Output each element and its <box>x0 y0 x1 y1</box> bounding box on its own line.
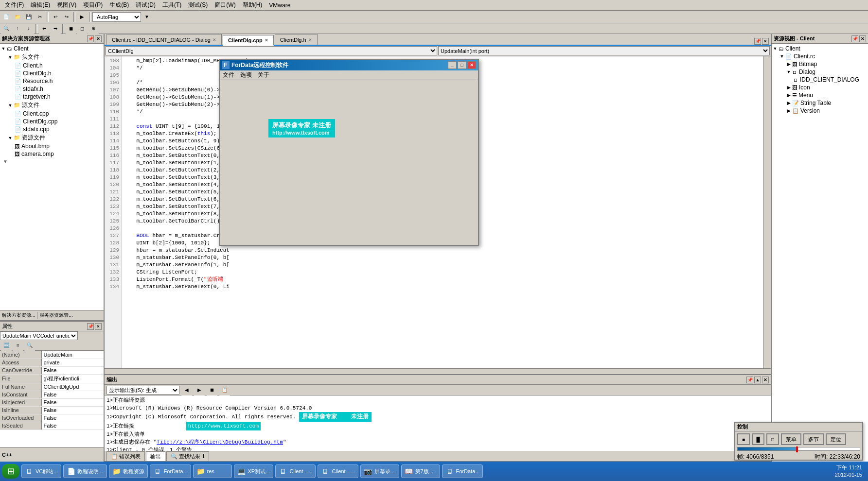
toolbar-btn-6[interactable]: ↪ <box>61 12 72 22</box>
taskbar-item-xp[interactable]: 💻 XP测试... <box>234 464 274 478</box>
toolbar-btn-b6[interactable]: ◼ <box>66 23 76 34</box>
ctrl-btn-record[interactable]: ■ <box>737 433 750 445</box>
tree-group-resources[interactable]: ▼ 📁 资源文件 <box>1 133 103 142</box>
editor-scrollbar[interactable] <box>763 56 771 368</box>
menu-tools[interactable]: 工具(T) <box>159 0 184 10</box>
tree-item-clienth[interactable]: 📄 Client.h <box>1 62 103 69</box>
taskbar-item-screen[interactable]: 📷 屏幕录... <box>360 464 399 478</box>
ctrl-btn-locate[interactable]: 定位 <box>826 433 846 445</box>
output-stop-btn[interactable]: ⏹ <box>207 385 217 395</box>
right-tree-menu[interactable]: ▶ ☰ Menu <box>773 91 867 99</box>
tab-pin-btn[interactable]: 📌 <box>754 38 761 45</box>
menu-test[interactable]: 测试(S) <box>185 0 211 10</box>
right-tree-clientrc[interactable]: ▼ 📄 Client.rc <box>773 52 867 60</box>
toolbar-btn-b8[interactable]: ⊕ <box>88 23 99 34</box>
tree-item-camerabmp[interactable]: 🖼 camera.bmp <box>1 150 103 158</box>
ctrl-btn-menu[interactable]: 菜单 <box>781 433 801 445</box>
toolbar-btn-1[interactable]: 📄 <box>1 12 12 22</box>
right-tree-dialog[interactable]: ▼ 🗆 Dialog <box>773 68 867 76</box>
taskbar-item-book[interactable]: 📖 第7版... <box>401 464 440 478</box>
right-tree-version[interactable]: ▶ 📋 Version <box>773 107 867 115</box>
menu-window[interactable]: 窗口(W) <box>212 0 238 10</box>
tree-group-headers[interactable]: ▼ 📁 头文件 <box>1 52 103 62</box>
ctrl-btn-multi[interactable]: 多节 <box>803 433 824 445</box>
server-tab[interactable]: 服务器资源管... <box>37 312 74 319</box>
props-filter-btn[interactable]: 🔍 <box>24 340 35 351</box>
props-category-btn[interactable]: ≡ <box>13 340 23 351</box>
dialog-menu-about[interactable]: 关于 <box>257 71 270 79</box>
dialog-close-btn[interactable]: ✕ <box>467 61 476 69</box>
tree-group-sources[interactable]: ▼ 📁 源文件 <box>1 101 103 110</box>
dialog-minimize-btn[interactable]: _ <box>448 61 457 69</box>
output-pin-btn[interactable]: 📌 <box>746 377 753 383</box>
props-close-btn[interactable]: ✕ <box>95 323 102 330</box>
menu-project[interactable]: 项目(P) <box>80 0 106 10</box>
tab-close-icon[interactable]: ✕ <box>213 37 216 42</box>
toolbar-btn-b3[interactable]: ↓ <box>23 23 34 34</box>
menu-build[interactable]: 生成(B) <box>106 0 132 10</box>
toolbar-btn-4[interactable]: ✂ <box>35 12 45 22</box>
dialog-menu-options[interactable]: 选项 <box>239 71 253 79</box>
menu-file[interactable]: 文件(F) <box>2 0 27 10</box>
output-expand-btn[interactable]: ▲ <box>754 377 761 383</box>
tab-clientdlgcpp[interactable]: ClientDlg.cpp ✕ <box>223 35 274 46</box>
editor-area[interactable]: 103104105106 107108109110 111112113114 1… <box>105 56 771 368</box>
panel-pin-btn[interactable]: 📌 <box>87 35 94 42</box>
toolbar-btn-7[interactable]: ▶ <box>77 12 88 22</box>
taskbar-item-res[interactable]: 📁 教程资源 <box>109 464 148 478</box>
taskbar-item-client1[interactable]: 🖥 Client - ... <box>275 464 316 478</box>
ctrl-btn-pause[interactable]: ▐▌ <box>752 433 764 445</box>
tree-item-clientcpp[interactable]: 📄 Client.cpp <box>1 110 103 118</box>
toolbar-btn-2[interactable]: 📁 <box>12 12 23 22</box>
tab-clientrc[interactable]: Client.rc - IDD_CLIENT_DIALOG - Dialog ✕ <box>106 34 222 45</box>
taskbar-item-fordata[interactable]: 🖥 ForData... <box>150 464 191 478</box>
menu-help[interactable]: 帮助(H) <box>240 0 266 10</box>
props-dropdown[interactable]: UpdateMain VCCodeFunction <box>0 331 78 340</box>
right-tree-idd[interactable]: 🗆 IDD_CLIENT_DIALOG <box>773 76 867 84</box>
editor-h-scrollbar[interactable] <box>105 368 771 374</box>
right-tree-bitmap[interactable]: ▶ 🖼 Bitmap <box>773 60 867 68</box>
toolbar-btn-b4[interactable]: ⬅ <box>39 23 50 34</box>
menu-view[interactable]: 视图(V) <box>54 0 79 10</box>
right-tree[interactable]: ▼ 🗂 Client ▼ 📄 Client.rc ▶ 🖼 Bitmap ▼ 🗆 … <box>772 44 868 462</box>
output-tab-output[interactable]: 输出 <box>146 451 165 461</box>
tab-close-icon[interactable]: ✕ <box>308 37 312 42</box>
tree-item-resourceh[interactable]: 📄 Resource.h <box>1 77 103 85</box>
right-tree-client[interactable]: ▼ 🗂 Client <box>773 45 867 52</box>
taskbar-item-tutdocs[interactable]: 📄 教程说明... <box>63 464 106 478</box>
right-pin-btn[interactable]: 📌 <box>851 35 858 42</box>
tree-item-stdafxh[interactable]: 📄 stdafx.h <box>1 85 103 93</box>
tree-root-client[interactable]: ▼ 🗂 Client <box>1 45 103 52</box>
dialog-menu-file[interactable]: 文件 <box>222 71 235 79</box>
fordata-dialog[interactable]: F ForData远程控制软件 _ □ ✕ 文件 选项 <box>219 59 479 246</box>
menu-edit[interactable]: 编辑(E) <box>28 0 53 10</box>
right-tree-stringtable[interactable]: ▶ 📝 String Table <box>773 99 867 107</box>
tab-close-all-btn[interactable]: ✕ <box>762 38 769 45</box>
toolbar-btn-b1[interactable]: 🔍 <box>1 23 12 34</box>
tree-item-stdafxcpp[interactable]: 📄 stdafx.cpp <box>1 125 103 133</box>
output-tab-findresults[interactable]: 🔍 查找结果 1 <box>166 451 209 461</box>
taskbar-item-fordata2[interactable]: 🖥 ForData... <box>442 464 483 478</box>
toolbar-dropdown-btn[interactable]: ▼ <box>142 12 152 22</box>
toolbar-btn-b2[interactable]: ↑ <box>12 23 23 34</box>
taskbar-item-client2[interactable]: 🖥 Client - ... <box>318 464 358 478</box>
tab-clientdlgh[interactable]: ClientDlg.h ✕ <box>275 34 318 45</box>
dialog-maximize-btn[interactable]: □ <box>458 61 466 69</box>
output-source-dropdown[interactable]: 显示输出源(S): 生成 <box>106 386 179 395</box>
solution-tab[interactable]: 解决方案资源... <box>0 312 37 319</box>
toolbar-btn-3[interactable]: 💾 <box>23 12 34 22</box>
toolbar-btn-b7[interactable]: ◻ <box>77 23 88 34</box>
tree-item-targetverh[interactable]: 📄 targetver.h <box>1 93 103 101</box>
tree-item-clientdlgh[interactable]: 📄 ClientDlg.h <box>1 69 103 77</box>
right-tree-icon[interactable]: ▶ 🖼 Icon <box>773 84 867 91</box>
output-link[interactable]: file://z:\程序\Client\Debug\BuildLog.htm <box>157 439 283 445</box>
class-dropdown[interactable]: CClientDlg <box>106 46 437 55</box>
output-tab-errors[interactable]: 📋 错误列表 <box>106 451 145 461</box>
output-nav-prev[interactable]: ◀ <box>181 385 192 395</box>
panel-close-btn[interactable]: ✕ <box>95 35 102 42</box>
solution-tree[interactable]: ▼ 🗂 Client ▼ 📁 头文件 📄 Client.h 📄 ClientDl… <box>0 44 104 310</box>
right-close-btn[interactable]: ✕ <box>859 35 866 42</box>
ctrl-btn-stop[interactable]: □ <box>766 433 779 445</box>
start-button[interactable]: ⊞ <box>2 464 19 479</box>
method-dropdown[interactable]: UpdateMain(int port) <box>438 46 770 55</box>
